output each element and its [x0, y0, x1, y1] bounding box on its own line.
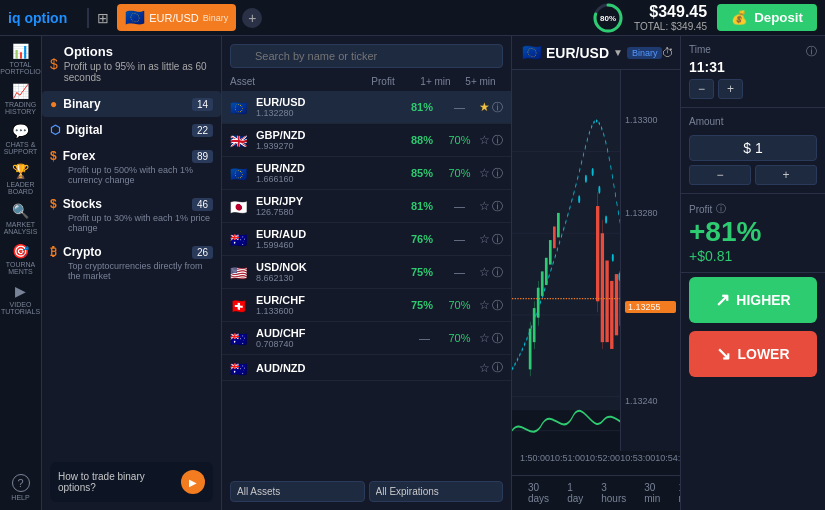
- info-eurusd[interactable]: ⓘ: [492, 100, 503, 115]
- info-gbpnzd[interactable]: ⓘ: [492, 133, 503, 148]
- category-stocks[interactable]: $ Stocks 46 Profit up to 30% with each 1…: [42, 191, 221, 239]
- asset-row-audchf[interactable]: 🇦🇺 AUD/CHF 0.708740 — 70% ☆ ⓘ: [222, 322, 511, 355]
- amount-plus-button[interactable]: +: [755, 165, 817, 185]
- info-audchf[interactable]: ⓘ: [492, 331, 503, 346]
- asset-row-audnzd[interactable]: 🇦🇺 AUD/NZD ☆ ⓘ: [222, 355, 511, 381]
- analysis-icon: 🔍: [12, 203, 29, 219]
- sidebar-item-trading-history[interactable]: 📈 TRADING HISTORY: [2, 80, 40, 118]
- assets-header: $ Options Profit up to 95% in as little …: [42, 36, 221, 91]
- category-binary[interactable]: ● Binary 14: [42, 91, 221, 117]
- star-eurjpy[interactable]: ☆: [479, 199, 490, 213]
- asset-row-gbpnzd[interactable]: 🇬🇧 GBP/NZD 1.939270 88% 70% ☆ ⓘ: [222, 124, 511, 157]
- star-usdnok[interactable]: ☆: [479, 265, 490, 279]
- category-digital[interactable]: ⬡ Digital 22: [42, 117, 221, 143]
- amount-minus-button[interactable]: −: [689, 165, 751, 185]
- time-value: 11:31: [689, 59, 817, 75]
- tf-30min[interactable]: 30 min: [636, 480, 668, 506]
- crypto-desc: Top cryptocurrencies directly from the m…: [50, 261, 213, 281]
- info-eurchf[interactable]: ⓘ: [492, 298, 503, 313]
- flag-eurnzd: 🇪🇺: [230, 166, 250, 180]
- ts-5: 10:54:00: [655, 453, 680, 473]
- category-crypto[interactable]: ₿ Crypto 26 Top cryptocurrencies directl…: [42, 239, 221, 287]
- filter-assets-select[interactable]: All Assets: [230, 481, 365, 502]
- info-audnzd[interactable]: ⓘ: [492, 360, 503, 375]
- chart-area: 🇪🇺 EUR/USD ▼ Binary ⏱ 00:41 1.13300 1.13…: [512, 36, 680, 510]
- sidebar-item-leaderboard[interactable]: 🏆 LEADER BOARD: [2, 160, 40, 198]
- add-tab-button[interactable]: +: [242, 8, 262, 28]
- filter-expirations-select[interactable]: All Expirations: [369, 481, 504, 502]
- tf-1day[interactable]: 1 day: [559, 480, 591, 506]
- play-button[interactable]: ▶: [181, 470, 205, 494]
- deposit-icon: 💰: [731, 10, 748, 25]
- asset-row-eurnzd[interactable]: 🇪🇺 EUR/NZD 1.666160 85% 70% ☆ ⓘ: [222, 157, 511, 190]
- sidebar-item-video-tutorials[interactable]: ▶ VIDEO TUTORIALS: [2, 280, 40, 318]
- price-scale-high: 1.13300: [625, 115, 676, 125]
- asset-info-audnzd: AUD/NZD: [256, 362, 407, 374]
- right-panel: Time ⓘ 11:31 − + Amount − + Profit ⓘ: [680, 36, 825, 510]
- tf-30days[interactable]: 30 days: [520, 480, 557, 506]
- sidebar-item-market-analysis[interactable]: 🔍 MARKET ANALYSIS: [2, 200, 40, 238]
- col-asset-header: Asset: [230, 76, 353, 87]
- star-eurusd[interactable]: ★: [479, 100, 490, 114]
- search-input[interactable]: [230, 44, 503, 68]
- time-minus-button[interactable]: −: [689, 79, 714, 99]
- price-scale-low: 1.13240: [625, 396, 676, 406]
- chevron-down-icon: ▼: [613, 47, 623, 58]
- list-footer: All Assets All Expirations: [222, 473, 511, 510]
- profit-label-text: Profit: [689, 204, 712, 215]
- asset-row-usdnok[interactable]: 🇺🇸 USD/NOK 8.662130 75% — ☆ ⓘ: [222, 256, 511, 289]
- min1-eurnzd: 70%: [442, 167, 477, 179]
- video-icon: ▶: [15, 283, 26, 299]
- assets-subtitle: Profit up to 95% in as little as 60 seco…: [64, 61, 213, 83]
- tf-3hours[interactable]: 3 hours: [593, 480, 634, 506]
- svg-point-36: [585, 175, 587, 183]
- how-to-trade[interactable]: How to trade binary options? ▶: [50, 462, 213, 502]
- sidebar-item-help[interactable]: ? HELP: [2, 468, 40, 506]
- asset-price-eurnzd: 1.666160: [256, 174, 402, 184]
- star-audchf[interactable]: ☆: [479, 331, 490, 345]
- star-eurchf[interactable]: ☆: [479, 298, 490, 312]
- higher-button[interactable]: ↗ HIGHER: [689, 277, 817, 323]
- star-audnzd[interactable]: ☆: [479, 361, 490, 375]
- min1-audchf: 70%: [442, 332, 477, 344]
- timestamp-bar: 1:50:00 10:51:00 10:52:00 10:53:00 10:54…: [512, 451, 680, 475]
- star-gbpnzd[interactable]: ☆: [479, 133, 490, 147]
- profit-eurchf: 75%: [402, 299, 442, 311]
- sidebar-label-help: HELP: [11, 494, 29, 501]
- flag-audchf: 🇦🇺: [230, 331, 250, 345]
- active-tab[interactable]: 🇪🇺 EUR/USD Binary: [117, 4, 236, 31]
- asset-price-audchf: 0.708740: [256, 339, 407, 349]
- info-euraud[interactable]: ⓘ: [492, 232, 503, 247]
- tf-15min[interactable]: 15 min: [670, 480, 680, 506]
- lower-button[interactable]: ↘ LOWER: [689, 331, 817, 377]
- sidebar-item-tournaments[interactable]: 🎯 TOURNA MENTS: [2, 240, 40, 278]
- asset-row-euraud[interactable]: 🇦🇺 EUR/AUD 1.599460 76% — ☆ ⓘ: [222, 223, 511, 256]
- asset-info-eurchf: EUR/CHF 1.133600: [256, 294, 402, 316]
- min1-usdnok: —: [442, 266, 477, 278]
- flag-usdnok: 🇺🇸: [230, 265, 250, 279]
- star-euraud[interactable]: ☆: [479, 232, 490, 246]
- svg-rect-22: [610, 281, 613, 349]
- deposit-button[interactable]: 💰 Deposit: [717, 4, 817, 31]
- svg-point-37: [592, 168, 594, 176]
- category-forex[interactable]: $ Forex 89 Profit up to 500% with each 1…: [42, 143, 221, 191]
- sidebar-item-total-portfolio[interactable]: 📊 TOTAL PORTFOLIO: [2, 40, 40, 78]
- col-5min-header: 5+ min: [458, 76, 503, 87]
- sidebar-item-chats-support[interactable]: 💬 CHATS & SUPPORT: [2, 120, 40, 158]
- options-icon: $: [50, 56, 58, 72]
- asset-row-eurchf[interactable]: 🇨🇭 EUR/CHF 1.133600 75% 70% ☆ ⓘ: [222, 289, 511, 322]
- tournament-icon: 🎯: [12, 243, 29, 259]
- asset-price-eurjpy: 126.7580: [256, 207, 402, 217]
- star-eurnzd[interactable]: ☆: [479, 166, 490, 180]
- asset-row-eurusd[interactable]: 🇪🇺 EUR/USD 1.132280 81% — ★ ⓘ: [222, 91, 511, 124]
- lower-icon: ↘: [716, 343, 731, 365]
- trophy-icon: 🏆: [12, 163, 29, 179]
- info-eurjpy[interactable]: ⓘ: [492, 199, 503, 214]
- svg-point-35: [578, 195, 580, 203]
- asset-row-eurjpy[interactable]: 🇯🇵 EUR/JPY 126.7580 81% — ☆ ⓘ: [222, 190, 511, 223]
- crypto-count: 26: [192, 246, 213, 259]
- time-plus-button[interactable]: +: [718, 79, 743, 99]
- amount-input[interactable]: [689, 135, 817, 161]
- info-usdnok[interactable]: ⓘ: [492, 265, 503, 280]
- info-eurnzd[interactable]: ⓘ: [492, 166, 503, 181]
